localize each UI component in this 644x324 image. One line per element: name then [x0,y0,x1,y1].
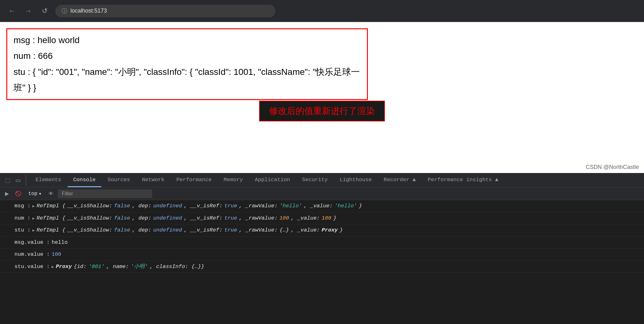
clear-console-button[interactable]: 🚫 [13,189,23,198]
filter-input[interactable] [58,189,152,198]
tab-application[interactable]: Application [249,173,296,187]
console-value-msg: RefImpl { [36,202,65,210]
console-label-num-value: num.value : [14,250,50,259]
tab-performance-insights[interactable]: Performance insights ▲ [422,173,504,187]
console-label-msg-value: msg.value : [14,238,50,247]
url-display: localhost:5173 [70,8,107,14]
stu-line: stu : { "id": "001", "name": "小明", "clas… [14,64,361,96]
tab-recorder[interactable]: Recorder ▲ [378,173,421,187]
device-toggle-button[interactable]: ▭ [14,175,23,186]
tab-memory[interactable]: Memory [218,173,248,187]
tab-network[interactable]: Network [136,173,170,187]
eye-icon-button[interactable]: 👁 [47,190,55,198]
num-line: num : 666 [14,48,361,64]
console-line-msg-value: msg.value : hello [0,237,644,249]
console-line-stu-value: stu.value : ▶ Proxy {id: '001', name: '小… [0,261,644,273]
watermark: CSDN @NorthCastle [586,164,639,170]
devtools-panel: ⬚ ▭ Elements Console Sources Network Per… [0,173,644,324]
info-icon: ⓘ [62,7,67,15]
run-script-button[interactable]: ▶ [3,189,11,198]
expand-stu[interactable]: ▶ [32,228,35,233]
back-button[interactable]: ← [6,5,18,17]
devtools-icon-buttons: ⬚ ▭ [3,175,26,186]
msg-line: msg : hello world [14,32,361,48]
tab-lighthouse[interactable]: Lighthouse [334,173,377,187]
console-line-stu: stu : ▶ RefImpl {__v_isShallow: false, d… [0,224,644,237]
console-line-num-value: num.value : 100 [0,249,644,261]
console-label-stu-value: stu.value : [14,263,50,271]
tab-security[interactable]: Security [297,173,334,187]
page-content: msg : hello world num : 666 stu : { "id"… [0,22,644,109]
inspect-element-button[interactable]: ⬚ [3,175,12,186]
expand-msg[interactable]: ▶ [32,204,35,209]
context-selector[interactable]: top ▾ [26,189,44,198]
tab-console[interactable]: Console [68,173,101,187]
console-value-num-value: 100 [52,250,61,259]
console-line-num: num : ▶ RefImpl {__v_isShallow: false, d… [0,212,644,225]
expand-num[interactable]: ▶ [32,216,35,221]
console-label-num: num : [14,214,31,222]
address-bar[interactable]: ⓘ localhost:5173 [55,5,275,17]
browser-chrome: ← → ↺ ⓘ localhost:5173 [0,0,644,22]
tab-elements[interactable]: Elements [30,173,67,187]
dropdown-arrow-icon: ▾ [39,191,42,197]
devtools-toolbar: ▶ 🚫 top ▾ 👁 [0,187,644,200]
console-line-msg: msg : ▶ RefImpl {__v_isShallow: false, d… [0,200,644,212]
console-value-msg-value: hello [52,238,68,247]
console-label-stu: stu : [14,226,31,234]
devtools-tabs-bar: ⬚ ▭ Elements Console Sources Network Per… [0,173,644,187]
forward-button[interactable]: → [23,5,34,17]
re-render-badge: 修改后的值重新进行了渲染 [259,101,385,121]
browser-content: msg : hello world num : 666 stu : { "id"… [0,22,644,173]
console-output: msg : ▶ RefImpl {__v_isShallow: false, d… [0,200,644,324]
tab-sources[interactable]: Sources [102,173,136,187]
reload-button[interactable]: ↺ [39,5,50,17]
console-label-msg: msg : [14,202,31,210]
top-label: top [28,191,37,197]
tab-performance[interactable]: Performance [171,173,217,187]
red-bordered-box: msg : hello world num : 666 stu : { "id"… [6,28,368,100]
expand-stu-value[interactable]: ▶ [52,264,54,270]
